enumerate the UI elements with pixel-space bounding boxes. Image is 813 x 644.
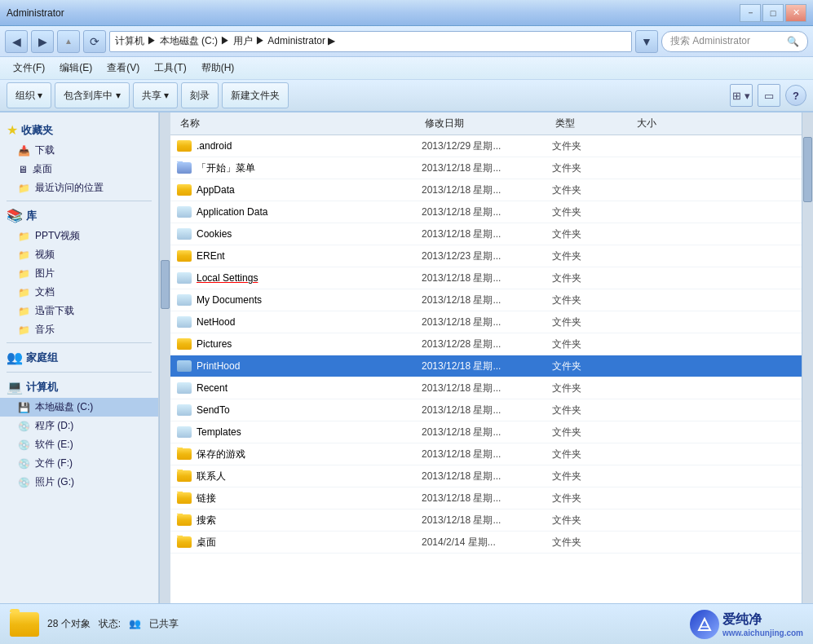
folder-icon bbox=[177, 228, 192, 240]
table-row[interactable]: 搜索 2013/12/18 星期... 文件夹 bbox=[170, 509, 802, 532]
organize-button[interactable]: 组织 ▾ bbox=[7, 82, 51, 108]
forward-button[interactable]: ▶ bbox=[31, 30, 54, 53]
pptv-icon: 📁 bbox=[18, 231, 30, 242]
help-button[interactable]: ? bbox=[785, 85, 806, 106]
sidebar-divider-3 bbox=[7, 372, 152, 373]
close-button[interactable]: ✕ bbox=[785, 4, 806, 22]
table-row[interactable]: 联系人 2013/12/18 星期... 文件夹 bbox=[170, 465, 802, 487]
main-scroll-thumb[interactable] bbox=[803, 137, 812, 202]
table-row[interactable]: SendTo 2013/12/18 星期... 文件夹 bbox=[170, 399, 802, 421]
file-name: Recent bbox=[197, 382, 228, 394]
file-date: 2013/12/18 星期... bbox=[422, 227, 552, 241]
file-date: 2013/12/28 星期... bbox=[422, 337, 552, 351]
folder-icon bbox=[177, 184, 192, 196]
folder-icon bbox=[177, 338, 192, 350]
path-expand-button[interactable]: ▼ bbox=[635, 30, 658, 53]
folder-icon bbox=[177, 426, 192, 438]
search-box[interactable]: 搜索 Administrator 🔍 bbox=[661, 31, 808, 52]
table-row[interactable]: .android 2013/12/29 星期... 文件夹 bbox=[170, 135, 802, 157]
main-scrollbar[interactable] bbox=[802, 112, 813, 603]
burn-button[interactable]: 刻录 bbox=[181, 82, 219, 108]
file-type: 文件夹 bbox=[552, 315, 634, 329]
table-row[interactable]: NetHood 2013/12/18 星期... 文件夹 bbox=[170, 311, 802, 333]
file-type: 文件夹 bbox=[552, 139, 634, 153]
include-in-library-button[interactable]: 包含到库中 ▾ bbox=[55, 82, 129, 108]
col-header-name[interactable]: 名称 bbox=[177, 117, 422, 130]
sidebar-scrollbar[interactable] bbox=[159, 112, 170, 603]
address-bar: ◀ ▶ ▲ ⟳ 计算机 ▶ 本地磁盘 (C:) ▶ 用户 ▶ Administr… bbox=[0, 26, 813, 57]
file-date: 2013/12/23 星期... bbox=[422, 249, 552, 263]
sidebar-item-g-drive[interactable]: 💿 照片 (G:) bbox=[0, 473, 158, 492]
up-button[interactable]: ▲ bbox=[57, 30, 80, 53]
table-row[interactable]: Cookies 2013/12/18 星期... 文件夹 bbox=[170, 223, 802, 245]
sidebar-section-library[interactable]: 📚 库 bbox=[0, 205, 158, 227]
minimize-button[interactable]: － bbox=[740, 4, 761, 22]
sidebar-item-e-drive[interactable]: 💿 软件 (E:) bbox=[0, 435, 158, 454]
menu-help[interactable]: 帮助(H) bbox=[195, 59, 241, 77]
sidebar-item-recent[interactable]: 📁 最近访问的位置 bbox=[0, 179, 158, 197]
sidebar-item-thunder[interactable]: 📁 迅雷下载 bbox=[0, 302, 158, 320]
sidebar-item-pictures[interactable]: 📁 图片 bbox=[0, 264, 158, 283]
sidebar-section-computer[interactable]: 💻 计算机 bbox=[0, 376, 158, 398]
sidebar-item-f-drive[interactable]: 💿 文件 (F:) bbox=[0, 454, 158, 473]
table-row[interactable]: Application Data 2013/12/18 星期... 文件夹 bbox=[170, 201, 802, 223]
sidebar-item-music[interactable]: 📁 音乐 bbox=[0, 320, 158, 339]
file-name-cell: SendTo bbox=[177, 404, 422, 416]
menu-edit[interactable]: 编辑(E) bbox=[53, 59, 99, 77]
table-row[interactable]: 链接 2013/12/18 星期... 文件夹 bbox=[170, 487, 802, 509]
file-name-cell: 「开始」菜单 bbox=[177, 161, 422, 175]
sidebar-item-video[interactable]: 📁 视频 bbox=[0, 245, 158, 264]
col-header-size[interactable]: 大小 bbox=[634, 117, 699, 130]
col-header-type[interactable]: 类型 bbox=[552, 117, 634, 130]
sidebar-item-download[interactable]: 📥 下载 bbox=[0, 141, 158, 160]
file-type: 文件夹 bbox=[552, 205, 634, 219]
file-type: 文件夹 bbox=[552, 404, 634, 417]
folder-icon bbox=[177, 536, 192, 548]
sidebar-item-docs-label: 文档 bbox=[35, 285, 55, 299]
sidebar-item-c-drive[interactable]: 💾 本地磁盘 (C:) bbox=[0, 398, 158, 417]
folder-icon bbox=[177, 272, 192, 284]
table-row[interactable]: AppData 2013/12/18 星期... 文件夹 bbox=[170, 179, 802, 201]
back-button[interactable]: ◀ bbox=[5, 30, 28, 53]
address-path[interactable]: 计算机 ▶ 本地磁盘 (C:) ▶ 用户 ▶ Administrator ▶ bbox=[109, 31, 632, 52]
menu-tools[interactable]: 工具(T) bbox=[148, 59, 192, 77]
table-row[interactable]: EREnt 2013/12/23 星期... 文件夹 bbox=[170, 245, 802, 267]
table-row[interactable]: Recent 2013/12/18 星期... 文件夹 bbox=[170, 377, 802, 399]
title-bar-controls: － □ ✕ bbox=[740, 4, 806, 22]
sidebar-item-pptv[interactable]: 📁 PPTV视频 bbox=[0, 227, 158, 245]
menu-view[interactable]: 查看(V) bbox=[100, 59, 146, 77]
table-row[interactable]: PrintHood 2013/12/18 星期... 文件夹 bbox=[170, 355, 802, 377]
file-date: 2013/12/18 星期... bbox=[422, 293, 552, 307]
file-name: EREnt bbox=[197, 250, 225, 262]
file-name-cell: 联系人 bbox=[177, 470, 422, 483]
preview-button[interactable]: ▭ bbox=[758, 84, 780, 107]
folder-icon bbox=[177, 492, 192, 504]
sidebar-item-thunder-label: 迅雷下载 bbox=[35, 304, 74, 318]
sidebar-section-favorites[interactable]: ★ 收藏夹 bbox=[0, 119, 158, 141]
sidebar-scroll-thumb[interactable] bbox=[161, 260, 170, 309]
maximize-button[interactable]: □ bbox=[762, 4, 784, 22]
sidebar-item-docs[interactable]: 📁 文档 bbox=[0, 283, 158, 302]
menu-file[interactable]: 文件(F) bbox=[7, 59, 51, 77]
new-folder-button[interactable]: 新建文件夹 bbox=[222, 82, 289, 108]
table-row[interactable]: 「开始」菜单 2013/12/18 星期... 文件夹 bbox=[170, 157, 802, 179]
table-row[interactable]: 桌面 2014/2/14 星期... 文件夹 bbox=[170, 532, 802, 554]
share-button[interactable]: 共享 ▾ bbox=[133, 82, 178, 108]
sidebar-item-video-label: 视频 bbox=[35, 248, 55, 262]
table-row[interactable]: Templates 2013/12/18 星期... 文件夹 bbox=[170, 421, 802, 443]
table-row[interactable]: My Documents 2013/12/18 星期... 文件夹 bbox=[170, 289, 802, 311]
sidebar-section-homegroup[interactable]: 👥 家庭组 bbox=[0, 346, 158, 368]
logo-url: www.aichunjing.com bbox=[722, 629, 803, 637]
col-header-date[interactable]: 修改日期 bbox=[422, 117, 552, 130]
table-row[interactable]: Local Settings 2013/12/18 星期... 文件夹 bbox=[170, 267, 802, 289]
sidebar-item-desktop[interactable]: 🖥 桌面 bbox=[0, 160, 158, 179]
file-date: 2013/12/18 星期... bbox=[422, 514, 552, 527]
table-row[interactable]: Pictures 2013/12/28 星期... 文件夹 bbox=[170, 333, 802, 355]
search-icon: 🔍 bbox=[787, 36, 799, 47]
folder-icon bbox=[177, 514, 192, 526]
sidebar-item-d-drive[interactable]: 💿 程序 (D:) bbox=[0, 417, 158, 435]
view-button[interactable]: ⊞ ▾ bbox=[730, 84, 753, 107]
folder-icon bbox=[177, 448, 192, 460]
refresh-button[interactable]: ⟳ bbox=[83, 30, 106, 53]
table-row[interactable]: 保存的游戏 2013/12/18 星期... 文件夹 bbox=[170, 443, 802, 465]
